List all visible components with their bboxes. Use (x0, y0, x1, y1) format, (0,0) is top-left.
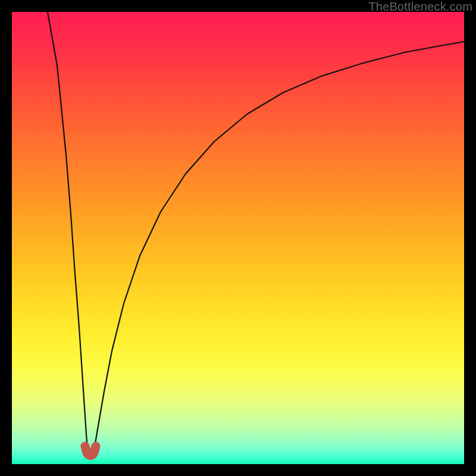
minimum-marker (85, 446, 96, 456)
bottleneck-curve (12, 12, 464, 464)
plot-area (12, 12, 464, 464)
chart-frame: TheBottleneck.com (0, 0, 476, 476)
curve-right-branch (93, 42, 464, 455)
curve-left-branch (48, 12, 89, 455)
watermark-text: TheBottleneck.com (368, 0, 472, 14)
